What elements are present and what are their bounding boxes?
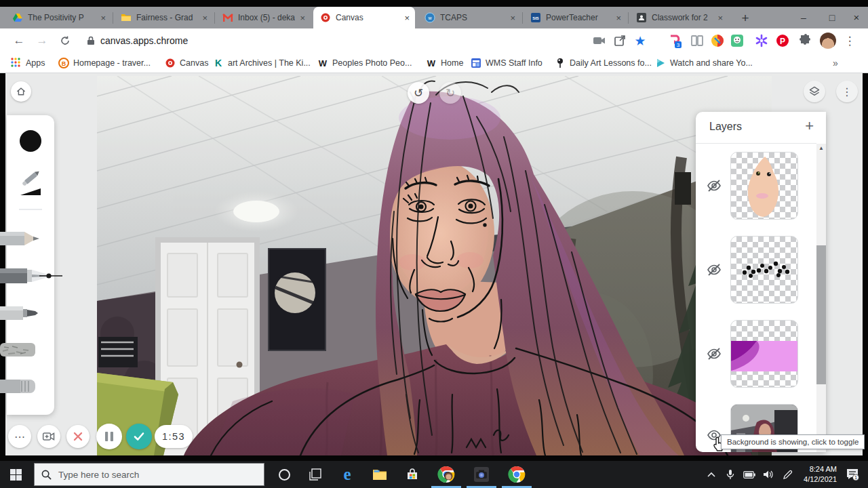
pinterest-icon[interactable]: P [775, 33, 790, 48]
tab-powerteacher[interactable]: SIS PowerTeacher × [524, 7, 627, 28]
pen-icon[interactable] [778, 470, 797, 480]
camera-capture-button[interactable] [37, 425, 60, 448]
bitmoji-icon[interactable] [730, 33, 745, 48]
file-explorer-button[interactable] [363, 461, 396, 488]
tray-chevron-icon[interactable] [702, 472, 721, 477]
scroll-up-arrow[interactable]: ▲ [816, 145, 826, 151]
drawing-canvas[interactable] [97, 76, 772, 455]
more-options-button[interactable]: ⋯ [8, 425, 31, 448]
camera-app-button[interactable] [464, 461, 499, 488]
window-maximize-button[interactable]: □ [821, 7, 844, 28]
layer2-visibility-toggle[interactable] [706, 262, 722, 278]
tab-fairness[interactable]: Fairness - Grad × [114, 7, 213, 28]
tab-close-icon[interactable]: × [100, 14, 106, 22]
layers-scrollbar[interactable]: ▲ [816, 144, 826, 452]
bookmark-apps[interactable]: Apps [11, 53, 45, 73]
tab-close-icon[interactable]: × [510, 14, 515, 22]
tab-positivity[interactable]: The Positivity P × [5, 7, 111, 28]
action-center-button[interactable]: 1 [837, 461, 868, 488]
address-bar[interactable]: canvas.apps.chrome [100, 28, 188, 53]
color-swatch-black[interactable] [20, 130, 41, 152]
bookmarks-overflow[interactable]: » [833, 53, 838, 73]
layer-thumbnail-purple-bands[interactable] [730, 320, 798, 388]
canvas-menu-button[interactable]: ⋮ [836, 81, 858, 102]
bookmark-art-archives[interactable]: K art Archives | The Ki... [213, 53, 311, 73]
window-close-button[interactable]: × [845, 7, 868, 28]
fountain-pen-tool-selected[interactable] [0, 266, 65, 289]
layer-thumbnail-dots[interactable] [730, 236, 798, 304]
pause-button[interactable] [96, 424, 122, 449]
start-button[interactable] [0, 461, 31, 488]
svg-text:P: P [780, 37, 785, 46]
bookmark-canvas[interactable]: Canvas [165, 53, 208, 73]
bookmark-home[interactable]: W Home [426, 53, 463, 73]
bookmark-wms-staff[interactable]: WMS Staff Info [471, 53, 542, 73]
taskbar-search-box[interactable]: Type here to search [34, 463, 264, 486]
chrome-profile-button[interactable] [429, 461, 464, 488]
add-layer-button[interactable]: + [805, 117, 814, 135]
pencil-tool[interactable] [0, 229, 42, 251]
layer3-visibility-toggle[interactable] [706, 346, 722, 362]
chalk-tool[interactable] [0, 340, 39, 362]
battery-icon[interactable] [740, 471, 759, 479]
layers-toggle-button[interactable] [804, 81, 825, 102]
camera-icon[interactable] [592, 33, 607, 48]
accept-button[interactable] [126, 424, 152, 449]
tab-canvas-active[interactable]: Canvas × [313, 7, 415, 28]
tab-strip: The Positivity P × Fairness - Grad × Inb… [0, 7, 868, 28]
bookmark-star-icon[interactable]: ★ [633, 33, 648, 48]
tab-close-icon[interactable]: × [202, 14, 208, 22]
volume-icon[interactable] [759, 470, 778, 479]
new-tab-button[interactable]: + [736, 9, 754, 27]
back-button[interactable]: ← [9, 28, 28, 53]
home-button[interactable] [11, 81, 31, 102]
open-in-new-icon[interactable] [612, 33, 627, 48]
tab-close-icon[interactable]: × [404, 14, 410, 22]
cortana-button[interactable] [269, 461, 300, 488]
forward-button[interactable]: → [33, 28, 52, 53]
tab-inbox[interactable]: Inbox (5) - deka × [216, 7, 311, 28]
tab-tcaps[interactable]: w TCAPS × [418, 7, 521, 28]
extension-tabs-icon[interactable] [690, 33, 705, 48]
check-icon [133, 430, 145, 443]
microphone-icon[interactable] [721, 469, 740, 480]
chrome-button[interactable] [499, 461, 534, 488]
edge-button[interactable]: e [331, 461, 363, 488]
refresh-button[interactable] [56, 28, 75, 53]
bookmarks-bar: Apps B Homepage - traver... Canvas K art… [0, 53, 868, 73]
extension-yellow-icon[interactable] [710, 33, 725, 48]
taskbar-clock[interactable]: 8:24 AM 4/12/2021 [804, 464, 837, 485]
pastel-tool[interactable] [0, 377, 39, 399]
bookmark-stream[interactable]: Watch and share Yo... [655, 53, 753, 73]
tab-close-icon[interactable]: × [616, 14, 621, 22]
window-minimize-button[interactable]: – [792, 7, 815, 28]
letterbox-bottom [0, 455, 868, 461]
profile-avatar[interactable] [820, 33, 836, 49]
layer-thumbnail-face-paint[interactable] [730, 152, 798, 220]
undo-button[interactable]: ↺ [408, 82, 429, 104]
layer1-visibility-toggle[interactable] [706, 178, 722, 194]
cancel-button[interactable] [66, 425, 90, 448]
tab-close-icon[interactable]: × [717, 14, 723, 22]
store-button[interactable] [396, 461, 429, 488]
bookmark-homepage[interactable]: B Homepage - traver... [58, 53, 151, 73]
svg-text:K: K [215, 58, 222, 68]
scrollbar-thumb[interactable] [816, 245, 826, 384]
camera-app-icon [473, 466, 490, 483]
notification-icon: 1 [846, 468, 859, 481]
stroke-style-icon[interactable] [18, 169, 43, 201]
tab-divider [628, 12, 629, 24]
bookmark-daily-art[interactable]: Daily Art Lessons fo... [555, 53, 652, 73]
extension-refresh-icon[interactable]: 3 [668, 33, 683, 48]
browser-menu-icon[interactable]: ⋮ [842, 33, 857, 48]
extensions-puzzle-icon[interactable] [798, 33, 813, 48]
divider [696, 143, 816, 144]
task-view-button[interactable] [300, 461, 331, 488]
flower-extension-icon[interactable] [754, 33, 769, 48]
bookmark-peoples-photo[interactable]: W Peoples Photo Peo... [317, 53, 412, 73]
clock-time: 8:24 AM [804, 464, 837, 474]
marker-tool[interactable] [0, 304, 41, 325]
tab-classwork[interactable]: Classwork for 2 × [629, 7, 728, 28]
tab-close-icon[interactable]: × [300, 14, 305, 22]
redo-button[interactable]: ↻ [439, 82, 461, 104]
